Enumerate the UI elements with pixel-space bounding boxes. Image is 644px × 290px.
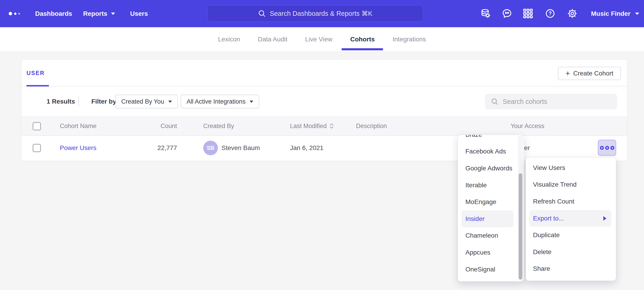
search-icon xyxy=(258,9,266,18)
menu-item-onesignal[interactable]: OneSignal xyxy=(458,261,524,278)
tab-live-view[interactable]: Live View xyxy=(305,27,332,51)
filter-row: 1 Results Filter by Created By You All A… xyxy=(22,86,627,117)
data-management-icon[interactable] xyxy=(480,8,492,20)
filter-by-label: Filter by xyxy=(91,86,116,116)
chevron-down-icon xyxy=(168,101,172,103)
nav-users-label: Users xyxy=(130,10,148,17)
col-cohort-name: Cohort Name xyxy=(60,117,96,135)
tab-user[interactable]: USER xyxy=(26,60,44,86)
cohorts-card: USER + Create Cohort 1 Results Filter by… xyxy=(22,60,627,161)
mixpanel-logo-icon[interactable] xyxy=(9,0,20,27)
select-all-checkbox[interactable] xyxy=(33,122,41,130)
menu-item-insider[interactable]: Insider xyxy=(462,210,513,227)
tab-data-audit[interactable]: Data Audit xyxy=(258,27,287,51)
nav-dashboards[interactable]: Dashboards xyxy=(35,0,72,27)
project-name: Music Finder xyxy=(591,10,630,17)
chevron-down-icon xyxy=(635,13,639,15)
section-tabbar: Lexicon Data Audit Live View Cohorts Int… xyxy=(0,27,644,52)
menu-item-chameleon[interactable]: Chameleon xyxy=(458,227,524,244)
table-header: Cohort Name Count Created By Last Modifi… xyxy=(22,117,627,136)
more-dots-icon xyxy=(600,146,604,150)
global-search-placeholder: Search Dashboards & Reports ⌘K xyxy=(270,10,372,17)
settings-gear-icon[interactable] xyxy=(566,8,578,20)
sort-icon xyxy=(329,123,334,129)
avatar: SB xyxy=(203,141,218,155)
row-checkbox[interactable] xyxy=(33,144,41,152)
filter-created-by-dropdown[interactable]: Created By You xyxy=(115,95,178,108)
menu-item-moengage[interactable]: MoEngage xyxy=(458,194,524,210)
nav-reports[interactable]: Reports xyxy=(83,0,115,27)
col-count: Count xyxy=(122,117,177,135)
plus-icon: + xyxy=(566,69,570,77)
col-description: Description xyxy=(356,117,387,135)
help-icon[interactable]: ? xyxy=(544,8,556,20)
create-cohort-button[interactable]: + Create Cohort xyxy=(558,67,621,80)
nav-users[interactable]: Users xyxy=(130,0,148,27)
last-modified-cell: Jan 6, 2021 xyxy=(290,136,323,160)
submenu-arrow-icon xyxy=(603,216,606,221)
tab-integrations[interactable]: Integrations xyxy=(392,27,426,51)
cohort-name-cell: Power Users xyxy=(60,136,96,160)
created-by-cell: Steven Baum xyxy=(222,136,260,160)
menu-item-appcues[interactable]: Appcues xyxy=(458,244,524,261)
card-header: USER + Create Cohort xyxy=(22,60,627,86)
filter-integrations-dropdown[interactable]: All Active Integrations xyxy=(181,95,259,108)
chevron-down-icon xyxy=(250,101,253,103)
svg-text:?: ? xyxy=(548,11,552,17)
row-actions-button[interactable] xyxy=(598,140,616,156)
menu-item-braze[interactable]: Braze xyxy=(458,135,524,143)
count-cell: 22,777 xyxy=(122,136,177,160)
menu-item-export-to[interactable]: Export to... xyxy=(529,210,611,227)
active-tab-underline xyxy=(342,48,383,50)
menu-item-refresh-count[interactable]: Refresh Count xyxy=(526,193,616,210)
apps-grid-icon[interactable] xyxy=(522,8,534,20)
menu-item-delete[interactable]: Delete xyxy=(526,244,616,260)
menu-scrollbar-thumb[interactable] xyxy=(519,173,522,279)
col-last-modified[interactable]: Last Modified xyxy=(290,117,334,135)
table-row: Power Users 22,777 SB Steven Baum Jan 6,… xyxy=(22,136,627,160)
menu-item-iterable[interactable]: Iterable xyxy=(458,177,524,194)
nav-reports-label: Reports xyxy=(83,10,107,17)
top-navbar: Dashboards Reports Users Search Dashboar… xyxy=(0,0,644,27)
cohort-link[interactable]: Power Users xyxy=(60,144,96,152)
cohort-search-input[interactable] xyxy=(503,98,611,105)
menu-item-share[interactable]: Share xyxy=(526,260,616,277)
menu-item-google-adwords[interactable]: Google Adwords xyxy=(458,160,524,177)
search-icon xyxy=(491,97,498,106)
col-created-by: Created By xyxy=(203,117,234,135)
export-integrations-menu: Braze Facebook Ads Google Adwords Iterab… xyxy=(458,135,524,281)
results-count: 1 Results xyxy=(46,86,75,116)
col-your-access: Your Access xyxy=(511,117,544,135)
feedback-icon[interactable] xyxy=(501,8,513,20)
menu-item-duplicate[interactable]: Duplicate xyxy=(526,227,616,244)
tab-lexicon[interactable]: Lexicon xyxy=(218,27,240,51)
cohort-search xyxy=(485,94,617,109)
cohorts-page: Dashboards Reports Users Search Dashboar… xyxy=(0,0,644,290)
divider xyxy=(78,96,79,107)
menu-item-visualize-trend[interactable]: Visualize Trend xyxy=(526,176,616,193)
project-switcher[interactable]: Music Finder xyxy=(591,0,639,27)
menu-item-view-users[interactable]: View Users xyxy=(526,160,616,176)
nav-dashboards-label: Dashboards xyxy=(35,10,72,17)
row-actions-menu: View Users Visualize Trend Refresh Count… xyxy=(526,157,616,281)
tab-cohorts[interactable]: Cohorts xyxy=(350,27,375,51)
chevron-down-icon xyxy=(111,13,115,15)
global-search-input[interactable]: Search Dashboards & Reports ⌘K xyxy=(207,5,423,22)
menu-item-facebook-ads[interactable]: Facebook Ads xyxy=(458,143,524,160)
